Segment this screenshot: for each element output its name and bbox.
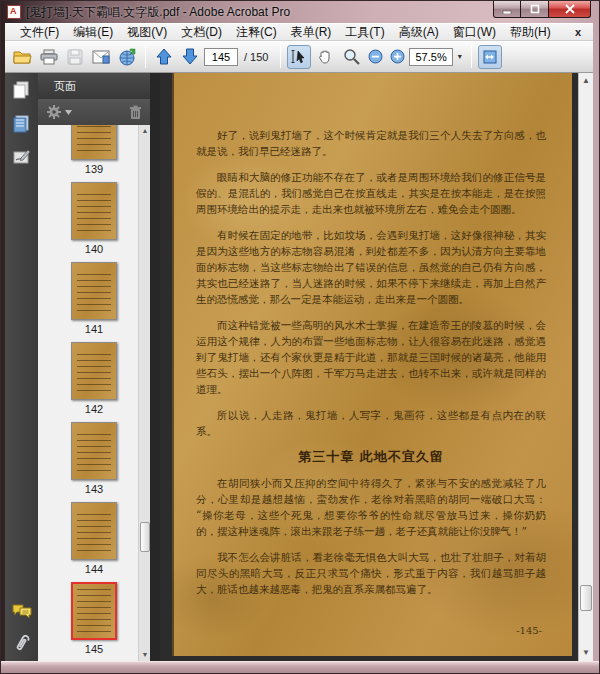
panel-scrollbar-thumb[interactable] — [140, 522, 150, 552]
comments-panel-icon[interactable] — [12, 603, 32, 619]
pages-panel-icon[interactable] — [13, 81, 30, 99]
page-number-footer: -145- — [196, 623, 546, 639]
fit-width-button[interactable] — [478, 45, 502, 69]
zoom-out-button[interactable] — [365, 45, 385, 69]
document-area: 好了，说到鬼打墙了，这个时候肯定就是我们三个人失去了方向感，也就是说，我们早已经… — [160, 73, 593, 661]
pages-panel-title: 页面 — [54, 79, 76, 94]
zoom-in-button[interactable] — [387, 45, 407, 69]
hand-tool-button[interactable] — [313, 45, 337, 69]
window-controls — [493, 1, 591, 18]
delete-pages-trash-icon[interactable] — [129, 105, 142, 120]
toolbar-separator — [145, 46, 146, 68]
panel-scroll-up-icon[interactable]: ▲ — [139, 125, 150, 137]
menubar-close-icon[interactable]: x — [571, 26, 585, 38]
window-title: [鬼打墙].天下霸唱.文字版.pdf - Adobe Acrobat Pro — [26, 4, 290, 21]
window-bottom-border — [1, 661, 599, 673]
menu-bar: 文件(F)编辑(E)视图(V)文档(D)注释(C)表单(R)工具(T)高级(A)… — [5, 23, 593, 41]
panel-scroll-down-icon[interactable]: ▼ — [139, 649, 150, 661]
thumbnail-page-image[interactable] — [71, 342, 117, 400]
thumbnail-page-image[interactable] — [71, 262, 117, 320]
document-scrollbar-thumb[interactable] — [580, 585, 592, 611]
menu-item-2[interactable]: 视图(V) — [120, 24, 174, 41]
toolbar-separator — [280, 46, 281, 68]
save-button[interactable] — [63, 45, 87, 69]
menu-item-4[interactable]: 注释(C) — [229, 24, 284, 41]
panel-scrollbar[interactable]: ▲ ▼ — [138, 125, 150, 661]
paragraph: 好了，说到鬼打墙了，这个时候肯定就是我们三个人失去了方向感，也就是说，我们早已经… — [196, 127, 546, 159]
zoom-dropdown-caret-icon[interactable]: ▾ — [455, 52, 465, 61]
menu-item-9[interactable]: 帮助(H) — [503, 24, 558, 41]
thumbnail-page-image[interactable] — [71, 422, 117, 480]
app-window: [鬼打墙].天下霸唱.文字版.pdf - Adobe Acrobat Pro 文… — [0, 0, 600, 674]
menu-item-6[interactable]: 工具(T) — [338, 24, 391, 41]
paragraph: 所以说，人走路，鬼打墙，人写字，鬼画符，这些都是有点内在的联系。 — [196, 407, 546, 439]
page-thumbnail-139[interactable]: 139 — [71, 125, 117, 175]
page-thumbnail-list: 139140141142143144145 ▲ ▼ — [38, 125, 150, 661]
thumbnail-page-number: 144 — [85, 563, 103, 575]
nav-tab-strip — [5, 73, 38, 661]
toolbar-separator — [471, 46, 472, 68]
main-area: 页面 139140141142143144145 ▲ ▼ — [5, 73, 593, 661]
page-thumbnail-143[interactable]: 143 — [71, 415, 117, 495]
document-viewport[interactable]: 好了，说到鬼打墙了，这个时候肯定就是我们三个人失去了方向感，也就是说，我们早已经… — [160, 73, 578, 661]
select-tool-button[interactable] — [287, 45, 311, 69]
pages-panel-header: 页面 — [38, 73, 150, 99]
panel-options-gear-icon[interactable] — [46, 104, 72, 120]
page-thumbnail-141[interactable]: 141 — [71, 255, 117, 335]
thumbnail-page-image[interactable] — [71, 582, 117, 640]
page-number-input[interactable] — [204, 48, 238, 66]
menu-item-8[interactable]: 窗口(W) — [446, 24, 503, 41]
zoom-level-value: 57.5% — [410, 51, 451, 63]
doc-scroll-up-icon[interactable]: ▲ — [579, 74, 593, 88]
menu-item-7[interactable]: 高级(A) — [392, 24, 446, 41]
page-total-label: / 150 — [244, 51, 268, 63]
paragraph: 而这种错觉被一些高明的风水术士掌握，在建造帝王的陵墓的时候，会运用这个规律，人为… — [196, 317, 546, 397]
page-thumbnail-145[interactable]: 145 — [71, 575, 117, 655]
maximize-button[interactable] — [521, 1, 549, 18]
print-button[interactable] — [37, 45, 61, 69]
close-button[interactable] — [549, 1, 591, 18]
thumbnail-page-image[interactable] — [71, 182, 117, 240]
pdf-page: 好了，说到鬼打墙了，这个时候肯定就是我们三个人失去了方向感，也就是说，我们早已经… — [172, 73, 572, 656]
attachments-panel-icon[interactable] — [14, 635, 30, 655]
thumbnail-page-number: 142 — [85, 403, 103, 415]
thumbnail-page-number: 139 — [85, 163, 103, 175]
zoom-level-select[interactable]: 57.5% — [409, 48, 452, 66]
doc-scroll-down-icon[interactable]: ▼ — [579, 646, 593, 660]
thumbnail-page-number: 145 — [85, 643, 103, 655]
menu-item-5[interactable]: 表单(R) — [284, 24, 339, 41]
upload-publish-button[interactable] — [115, 45, 139, 69]
paragraph: 眼睛和大脑的修正功能不存在了，或者是周围环境给我们的修正信号是假的、是混乱的，我… — [196, 169, 546, 217]
toolbar: / 150 57.5% ▾ — [5, 41, 593, 73]
paragraph: 我不怎么会讲脏话，看老徐毫无惧色大叫大骂，也壮了壮胆子，对着胡同尽头的黑暗大骂，… — [196, 549, 546, 597]
minimize-button[interactable] — [493, 1, 521, 18]
paragraph: 有时候在固定的地带，比如坟场，会遇到鬼打墙，这好像很神秘，其实是因为这些地方的标… — [196, 227, 546, 307]
thumbnail-page-image[interactable] — [71, 502, 117, 560]
paragraph: 在胡同狭小而又压抑的空间中待得久了，紧张与不安的感觉减轻了几分，心里却是越想越恼… — [196, 475, 546, 539]
chapter-heading: 第三十章 此地不宜久留 — [196, 449, 546, 465]
page-thumbnail-142[interactable]: 142 — [71, 335, 117, 415]
open-button[interactable] — [11, 45, 35, 69]
pages-panel-toolbar — [38, 99, 150, 125]
page-thumbnail-144[interactable]: 144 — [71, 495, 117, 575]
menu-item-1[interactable]: 编辑(E) — [66, 24, 120, 41]
document-scrollbar[interactable]: ▲ ▼ — [578, 73, 593, 661]
signatures-panel-icon[interactable] — [13, 149, 31, 165]
menu-item-3[interactable]: 文档(D) — [174, 24, 229, 41]
page-thumbnail-140[interactable]: 140 — [71, 175, 117, 255]
email-button[interactable] — [89, 45, 113, 69]
thumbnail-page-number: 140 — [85, 243, 103, 255]
pdf-page-text: 好了，说到鬼打墙了，这个时候肯定就是我们三个人失去了方向感，也就是说，我们早已经… — [172, 73, 572, 639]
pages-panel: 页面 139140141142143144145 ▲ ▼ — [38, 73, 160, 661]
title-bar: [鬼打墙].天下霸唱.文字版.pdf - Adobe Acrobat Pro — [1, 1, 599, 23]
next-page-button[interactable] — [178, 45, 202, 69]
thumbnail-page-number: 141 — [85, 323, 103, 335]
previous-page-button[interactable] — [152, 45, 176, 69]
pdf-file-icon — [7, 5, 21, 19]
bookmarks-panel-icon[interactable] — [13, 115, 30, 133]
thumbnail-page-number: 143 — [85, 483, 103, 495]
thumbnail-page-image[interactable] — [71, 125, 117, 160]
zoom-marquee-button[interactable] — [339, 45, 363, 69]
menu-item-0[interactable]: 文件(F) — [13, 24, 66, 41]
